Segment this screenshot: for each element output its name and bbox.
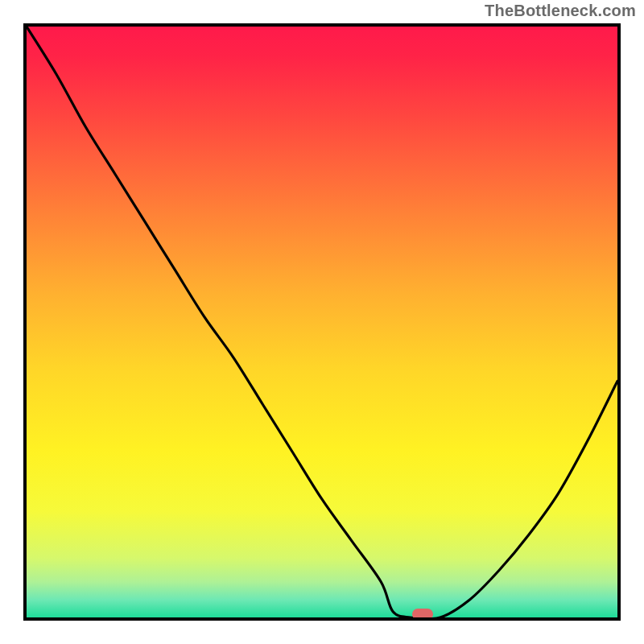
watermark-text: TheBottleneck.com bbox=[485, 2, 636, 20]
bottleneck-curve bbox=[27, 27, 617, 617]
chart-frame bbox=[23, 23, 621, 621]
optimal-point-marker bbox=[412, 609, 433, 620]
